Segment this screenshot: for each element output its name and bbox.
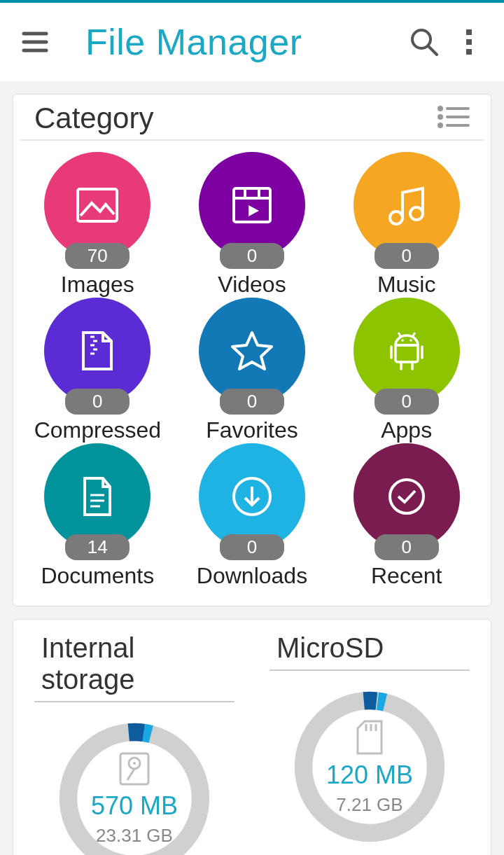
- svg-line-34: [412, 333, 415, 337]
- category-count: 0: [374, 534, 439, 560]
- svg-point-21: [410, 207, 423, 220]
- category-count: 0: [374, 389, 439, 415]
- category-header: Category: [20, 95, 484, 141]
- internal-storage-donut: 570 MB 23.31 GB: [58, 722, 211, 855]
- category-card: Category 70 Images 0 Videos 0 Music: [13, 94, 491, 606]
- category-label: Favorites: [206, 417, 298, 443]
- microsd-storage[interactable]: MicroSD 120 MB 7.21 GB: [270, 632, 470, 855]
- svg-line-33: [398, 333, 401, 337]
- category-videos[interactable]: 0 Videos: [175, 152, 330, 298]
- image-icon: [76, 188, 118, 223]
- category-documents[interactable]: 14 Documents: [20, 443, 175, 589]
- search-icon: [407, 25, 441, 59]
- svg-rect-14: [78, 189, 117, 221]
- microsd-donut: 120 MB 7.21 GB: [293, 690, 446, 843]
- music-icon: [387, 184, 426, 226]
- svg-point-10: [439, 116, 442, 118]
- category-grid: 70 Images 0 Videos 0 Music 0 Compressed: [13, 141, 491, 606]
- list-view-icon: [438, 104, 470, 130]
- svg-point-50: [304, 701, 436, 833]
- svg-point-43: [69, 732, 201, 855]
- category-images[interactable]: 70 Images: [20, 152, 175, 298]
- android-icon: [386, 330, 428, 372]
- category-downloads[interactable]: 0 Downloads: [175, 443, 330, 589]
- category-count: 14: [65, 534, 130, 560]
- category-music[interactable]: 0 Music: [329, 152, 484, 298]
- category-label: Recent: [371, 563, 442, 589]
- svg-point-8: [439, 107, 442, 110]
- category-count: 0: [220, 534, 284, 560]
- svg-point-12: [439, 124, 442, 127]
- menu-button[interactable]: [13, 20, 57, 64]
- svg-marker-27: [232, 333, 272, 369]
- svg-point-42: [390, 480, 424, 513]
- hamburger-icon: [20, 27, 50, 57]
- category-label: Videos: [218, 272, 286, 298]
- svg-rect-28: [396, 345, 418, 362]
- category-label: Apps: [381, 417, 432, 443]
- overflow-button[interactable]: [447, 20, 491, 64]
- svg-point-36: [410, 339, 412, 342]
- category-title: Category: [34, 102, 153, 135]
- search-button[interactable]: [402, 20, 447, 64]
- category-label: Downloads: [197, 563, 307, 589]
- svg-point-20: [390, 211, 402, 224]
- svg-rect-15: [234, 188, 270, 222]
- download-icon: [231, 475, 273, 517]
- app-title: File Manager: [85, 21, 402, 63]
- category-count: 0: [220, 243, 284, 269]
- category-count: 70: [65, 243, 130, 269]
- zip-icon: [80, 330, 114, 372]
- star-icon: [230, 328, 274, 373]
- storage-card: Internal storage 570 MB 23.31 GB MicroSD: [13, 619, 491, 855]
- toggle-list-button[interactable]: [438, 104, 470, 132]
- svg-rect-7: [466, 49, 472, 55]
- video-icon: [231, 186, 273, 225]
- document-icon: [80, 475, 114, 517]
- internal-storage-title: Internal storage: [34, 632, 234, 702]
- check-circle-icon: [386, 475, 428, 517]
- category-label: Compressed: [34, 417, 161, 443]
- more-icon: [463, 25, 475, 59]
- svg-rect-5: [466, 29, 472, 35]
- category-label: Documents: [41, 563, 154, 589]
- svg-line-4: [428, 46, 437, 55]
- category-count: 0: [220, 389, 284, 415]
- category-apps[interactable]: 0 Apps: [329, 298, 484, 443]
- category-label: Images: [61, 272, 134, 298]
- category-count: 0: [65, 389, 130, 415]
- category-label: Music: [377, 272, 436, 298]
- category-recent[interactable]: 0 Recent: [329, 443, 484, 589]
- category-compressed[interactable]: 0 Compressed: [20, 298, 175, 443]
- microsd-title: MicroSD: [270, 632, 470, 671]
- internal-storage[interactable]: Internal storage 570 MB 23.31 GB: [34, 632, 234, 855]
- svg-marker-19: [248, 205, 259, 216]
- app-bar: File Manager: [0, 3, 504, 81]
- category-favorites[interactable]: 0 Favorites: [175, 298, 330, 443]
- svg-point-35: [401, 339, 404, 342]
- svg-rect-6: [466, 39, 472, 45]
- category-count: 0: [374, 243, 439, 269]
